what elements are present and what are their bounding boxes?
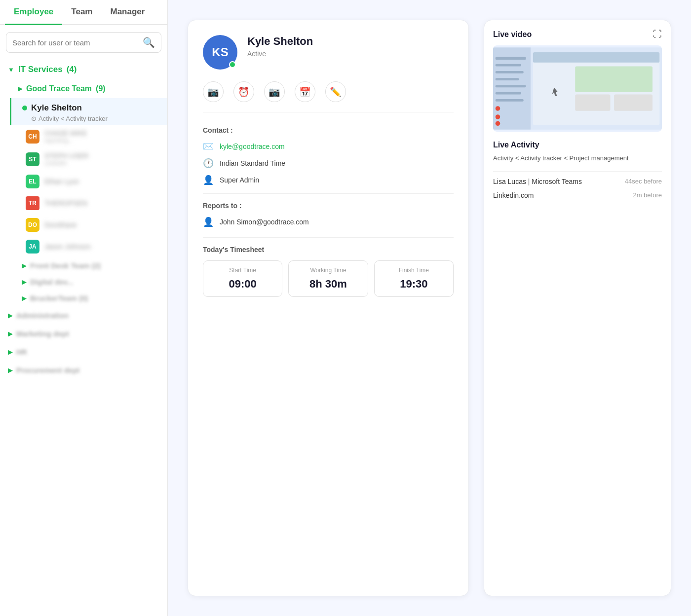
top-group-item[interactable]: ▶ Administration (0, 306, 167, 325)
timezone: Indian Standard Time (220, 159, 285, 167)
tabs-bar: Employee Team Manager (0, 0, 167, 25)
member-name: Jason Johnson (44, 243, 91, 251)
subgroup-count: (9) (96, 84, 106, 93)
section-divider (493, 171, 662, 172)
clock-icon: 🕐 (203, 158, 214, 169)
top-group-item[interactable]: ▶ Procurement dept (0, 361, 167, 379)
tab-team[interactable]: Team (62, 0, 101, 25)
member-avatar: DO (26, 218, 39, 232)
top-group-name: Administration (16, 311, 69, 320)
profile-name: Kyle Shelton (247, 35, 313, 48)
online-indicator (229, 61, 236, 68)
sub-team-name: BruckerTeam (0) (30, 294, 88, 302)
member-avatar: EL (26, 175, 39, 188)
reports-row: 👤 John Simon@goodtrace.com (203, 217, 454, 227)
contact-label: Contact : (203, 126, 454, 134)
timer-button[interactable]: ⏰ (233, 81, 254, 102)
svg-point-16 (496, 121, 500, 126)
subgroup-good-trace[interactable]: ▶ Good Trace Team (9) (10, 79, 167, 98)
calendar-button[interactable]: 📅 (295, 81, 315, 102)
working-time-label: Working Time (294, 267, 362, 274)
live-video-header: Live video ⛶ (493, 29, 662, 39)
working-time-box: Working Time 8h 30m (288, 260, 368, 297)
edit-button[interactable]: ✏️ (325, 81, 346, 102)
live-video-section: Live video ⛶ (484, 20, 671, 132)
activity-row: Linkedin.com 2m before (493, 191, 662, 199)
member-avatar: ST (26, 152, 39, 166)
member-name: CHASE MIKE (44, 129, 87, 137)
svg-point-15 (496, 114, 500, 119)
sub-team-item[interactable]: ▶ Digital dev... (10, 274, 167, 290)
user-name: Kyle Shelton (22, 103, 159, 113)
subgroup-label: Good Trace Team (26, 84, 92, 93)
member-item[interactable]: CH CHASE MIKE reporting... (10, 125, 167, 148)
tab-employee[interactable]: Employee (5, 0, 62, 25)
group-arrow-icon: ▶ (8, 312, 12, 319)
app-name: Linkedin.com (493, 191, 534, 199)
svg-rect-3 (533, 52, 660, 63)
subgroup-arrow-icon: ▶ (18, 85, 22, 92)
svg-rect-7 (496, 57, 526, 60)
search-input[interactable] (12, 38, 143, 47)
timesheet-label: Today's Timesheet (203, 246, 454, 254)
group-arrow-icon: ▶ (8, 349, 12, 356)
timesheet-section: Today's Timesheet Start Time 09:00 Worki… (203, 246, 454, 297)
video-preview (493, 45, 662, 132)
contact-section: Contact : ✉️ kyle@goodtrace.com 🕐 Indian… (203, 126, 454, 185)
reports-icon: 👤 (203, 217, 214, 227)
finish-time-value: 19:30 (380, 278, 448, 290)
finish-time-box: Finish Time 19:30 (374, 260, 454, 297)
sub-team-arrow-icon: ▶ (22, 279, 26, 286)
reports-to: John Simon@goodtrace.com (220, 218, 309, 226)
selected-user-item[interactable]: Kyle Shelton ⊙ Activity < Activity track… (10, 98, 167, 125)
video-button[interactable]: 📷 (264, 81, 285, 102)
group-it-services[interactable]: ▼ IT Services (4) (0, 60, 167, 79)
divider (203, 193, 454, 194)
profile-info: Kyle Shelton Active (247, 35, 313, 58)
svg-rect-13 (496, 99, 524, 102)
email-link[interactable]: kyle@goodtrace.com (220, 143, 285, 150)
search-button[interactable]: 🔍 (143, 36, 155, 48)
group-arrow-icon: ▶ (8, 330, 12, 337)
working-time-value: 8h 30m (294, 278, 362, 290)
activity-path: Activity < Activity tracker < Project ma… (493, 153, 662, 163)
top-group-item[interactable]: ▶ Marketing dept (0, 325, 167, 343)
sub-team-arrow-icon: ▶ (22, 262, 26, 269)
group-label: IT Services (18, 65, 63, 74)
member-item[interactable]: TR THEROPSEN (10, 192, 167, 214)
activity-row: Lisa Lucas | Microsoft Teams 44sec befor… (493, 178, 662, 185)
sub-team-item[interactable]: ▶ Front Desk Team (2) (10, 257, 167, 274)
tree: ▼ IT Services (4) ▶ Good Trace Team (9) … (0, 60, 167, 616)
role: Super Admin (220, 176, 259, 184)
member-name: Ethan Lyon (44, 178, 79, 185)
top-group-name: HR (16, 348, 27, 356)
profile-status: Active (247, 50, 313, 58)
start-time-label: Start Time (208, 267, 277, 274)
member-item[interactable]: EL Ethan Lyon (10, 171, 167, 192)
tab-manager[interactable]: Manager (101, 0, 154, 25)
online-dot (22, 106, 27, 110)
profile-card: KS Kyle Shelton Active 📷 ⏰ 📷 📅 ✏️ Contac… (188, 20, 469, 596)
user-activity: ⊙ Activity < Activity tracker (22, 115, 159, 122)
svg-point-14 (496, 106, 500, 111)
person-icon: 👤 (203, 175, 214, 185)
svg-rect-9 (496, 71, 524, 73)
member-name: STEPH USER (44, 152, 88, 160)
start-time-value: 09:00 (208, 278, 277, 290)
timesheet-grid: Start Time 09:00 Working Time 8h 30m Fin… (203, 260, 454, 297)
group-count: (4) (67, 65, 77, 74)
start-time-box: Start Time 09:00 (203, 260, 282, 297)
member-avatar: JA (26, 240, 39, 254)
sub-team-item[interactable]: ▶ BruckerTeam (0) (10, 290, 167, 306)
member-item[interactable]: ST STEPH USER LinkedIn (10, 148, 167, 171)
top-group-item[interactable]: ▶ HR (0, 343, 167, 361)
profile-header: KS Kyle Shelton Active (203, 35, 454, 70)
reports-section: Reports to : 👤 John Simon@goodtrace.com (203, 202, 454, 227)
avatar: KS (203, 35, 237, 70)
sub-team-name: Front Desk Team (2) (30, 261, 101, 270)
group-arrow-icon: ▼ (8, 66, 14, 73)
fullscreen-icon[interactable]: ⛶ (653, 29, 662, 39)
member-item[interactable]: JA Jason Johnson (10, 236, 167, 257)
screenshot-button[interactable]: 📷 (203, 81, 224, 102)
member-item[interactable]: DO Dorothane (10, 214, 167, 236)
